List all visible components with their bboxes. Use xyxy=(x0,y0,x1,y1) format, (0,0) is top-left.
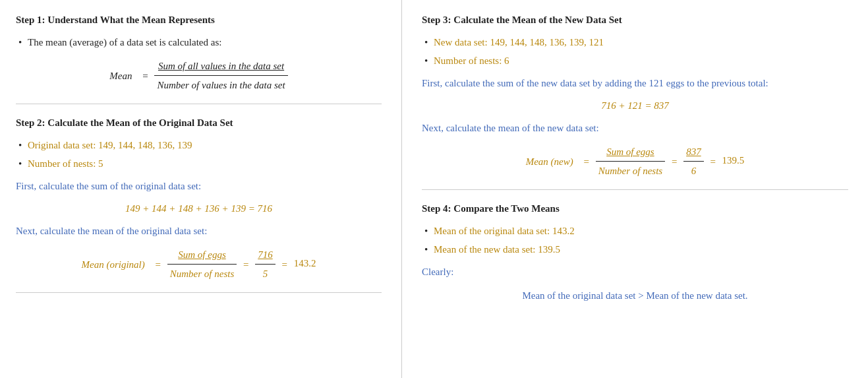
step3-sum-formula: 716 + 121 = 837 xyxy=(422,98,848,113)
step4-bullet2: Mean of the new data set: 139.5 xyxy=(422,241,848,257)
divider3 xyxy=(422,189,848,190)
step2-sum-formula: 149 + 144 + 148 + 136 + 139 = 716 xyxy=(16,201,382,216)
step4-bullets: Mean of the original data set: 143.2 Mea… xyxy=(422,223,848,257)
step2-next-label: Next, calculate the mean of the original… xyxy=(16,223,382,239)
step1-title: Step 1: Understand What the Mean Represe… xyxy=(16,12,382,28)
step3-bullet2: Number of nests: 6 xyxy=(422,53,848,69)
step1-fraction: Sum of all values in the data set Number… xyxy=(154,58,287,93)
step2-first-label: First, calculate the sum of the original… xyxy=(16,178,382,194)
step2-bullets: Original data set: 149, 144, 148, 136, 1… xyxy=(16,137,382,172)
step3-title: Step 3: Calculate the Mean of the New Da… xyxy=(422,12,848,28)
divider1 xyxy=(16,104,382,104)
step3-result: 139.5 xyxy=(722,155,745,166)
step3-bullet1: New data set: 149, 144, 148, 136, 139, 1… xyxy=(422,34,848,50)
step2-title: Step 2: Calculate the Mean of the Origin… xyxy=(16,115,382,131)
step1-section: Step 1: Understand What the Mean Represe… xyxy=(16,12,382,93)
step4-clearly: Clearly: xyxy=(422,264,848,280)
step3-mean-formula: Mean (new) = Sum of eggs Number of nests… xyxy=(422,144,848,179)
step2-bullet1: Original data set: 149, 144, 148, 136, 1… xyxy=(16,137,382,153)
divider2 xyxy=(16,292,382,293)
step2-result: 143.2 xyxy=(294,258,316,268)
step3-fraction: Sum of eggs Number of nests xyxy=(596,144,666,179)
step3-section: Step 3: Calculate the Mean of the New Da… xyxy=(422,12,848,179)
step2-bullet2: Number of nests: 5 xyxy=(16,156,382,172)
step3-next-label: Next, calculate the mean of the new data… xyxy=(422,120,848,136)
step1-formula: Mean = Sum of all values in the data set… xyxy=(16,58,382,93)
step2-num-fraction: 716 5 xyxy=(255,247,275,282)
step4-bullet1: Mean of the original data set: 143.2 xyxy=(422,223,848,239)
step1-bullet1: The mean (average) of a data set is calc… xyxy=(16,34,382,50)
step1-bullets: The mean (average) of a data set is calc… xyxy=(16,34,382,50)
step2-mean-formula: Mean (original) = Sum of eggs Number of … xyxy=(16,247,382,282)
step2-section: Step 2: Calculate the Mean of the Origin… xyxy=(16,115,382,282)
page-container: Step 1: Understand What the Mean Represe… xyxy=(0,0,868,378)
step2-fraction: Sum of eggs Number of nests xyxy=(167,247,237,282)
step3-bullets: New data set: 149, 144, 148, 136, 139, 1… xyxy=(422,34,848,69)
step3-first-label: First, calculate the sum of the new data… xyxy=(422,75,848,91)
step4-comparison: Mean of the original data set > Mean of … xyxy=(422,288,848,303)
right-panel: Step 3: Calculate the Mean of the New Da… xyxy=(402,0,868,378)
left-panel: Step 1: Understand What the Mean Represe… xyxy=(0,0,402,378)
step4-title: Step 4: Compare the Two Means xyxy=(422,201,848,216)
step3-num-fraction: 837 6 xyxy=(683,144,704,179)
step4-section: Step 4: Compare the Two Means Mean of th… xyxy=(422,201,848,303)
